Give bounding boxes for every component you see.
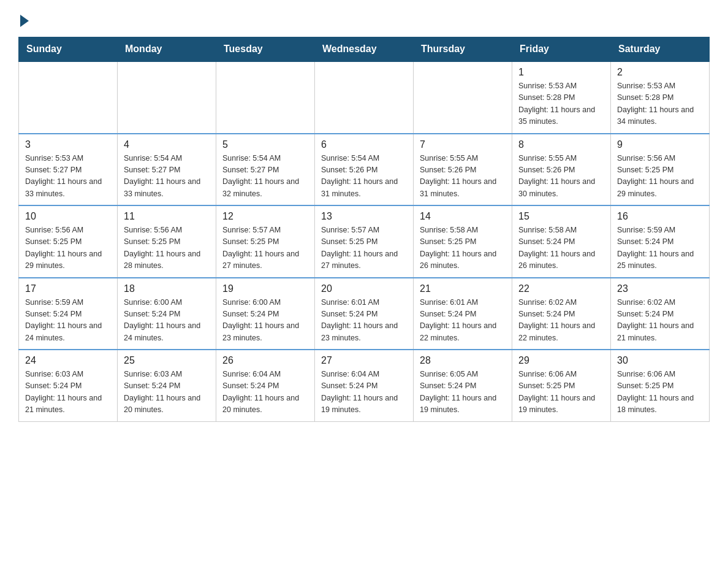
- calendar-cell: 28Sunrise: 6:05 AM Sunset: 5:24 PM Dayli…: [414, 350, 512, 421]
- day-number: 25: [124, 355, 210, 366]
- day-info: Sunrise: 6:02 AM Sunset: 5:24 PM Dayligh…: [518, 297, 604, 345]
- day-of-week-header-sunday: Sunday: [19, 37, 118, 62]
- day-number: 23: [617, 283, 703, 294]
- day-of-week-header-saturday: Saturday: [611, 37, 710, 62]
- day-number: 1: [518, 67, 604, 78]
- calendar-cell: 20Sunrise: 6:01 AM Sunset: 5:24 PM Dayli…: [315, 278, 414, 350]
- day-number: 7: [420, 139, 506, 150]
- calendar-table: SundayMondayTuesdayWednesdayThursdayFrid…: [18, 37, 710, 422]
- day-info: Sunrise: 6:04 AM Sunset: 5:24 PM Dayligh…: [321, 369, 407, 416]
- calendar-cell: 17Sunrise: 5:59 AM Sunset: 5:24 PM Dayli…: [19, 278, 118, 350]
- day-number: 30: [617, 355, 703, 366]
- page-header: [18, 12, 710, 25]
- calendar-header: SundayMondayTuesdayWednesdayThursdayFrid…: [19, 37, 710, 62]
- day-info: Sunrise: 6:01 AM Sunset: 5:24 PM Dayligh…: [321, 297, 407, 345]
- day-info: Sunrise: 5:54 AM Sunset: 5:26 PM Dayligh…: [321, 153, 407, 201]
- day-number: 15: [518, 211, 604, 222]
- day-number: 24: [25, 355, 111, 366]
- day-info: Sunrise: 5:58 AM Sunset: 5:25 PM Dayligh…: [420, 224, 506, 272]
- day-info: Sunrise: 5:57 AM Sunset: 5:25 PM Dayligh…: [321, 224, 407, 272]
- calendar-cell: 12Sunrise: 5:57 AM Sunset: 5:25 PM Dayli…: [216, 205, 315, 278]
- calendar-cell: 22Sunrise: 6:02 AM Sunset: 5:24 PM Dayli…: [512, 278, 611, 350]
- calendar-cell: 3Sunrise: 5:53 AM Sunset: 5:27 PM Daylig…: [19, 134, 118, 206]
- calendar-week-row: 10Sunrise: 5:56 AM Sunset: 5:25 PM Dayli…: [19, 205, 710, 278]
- calendar-week-row: 24Sunrise: 6:03 AM Sunset: 5:24 PM Dayli…: [19, 350, 710, 421]
- day-of-week-header-thursday: Thursday: [414, 37, 512, 62]
- day-info: Sunrise: 5:57 AM Sunset: 5:25 PM Dayligh…: [222, 224, 308, 272]
- day-info: Sunrise: 5:56 AM Sunset: 5:25 PM Dayligh…: [617, 153, 703, 201]
- calendar-cell: [315, 61, 414, 134]
- day-info: Sunrise: 6:06 AM Sunset: 5:25 PM Dayligh…: [518, 369, 604, 416]
- calendar-cell: 10Sunrise: 5:56 AM Sunset: 5:25 PM Dayli…: [19, 205, 118, 278]
- logo: [18, 12, 29, 25]
- day-of-week-header-wednesday: Wednesday: [315, 37, 414, 62]
- day-info: Sunrise: 6:03 AM Sunset: 5:24 PM Dayligh…: [124, 369, 210, 416]
- calendar-cell: 29Sunrise: 6:06 AM Sunset: 5:25 PM Dayli…: [512, 350, 611, 421]
- day-number: 21: [420, 283, 506, 294]
- day-info: Sunrise: 5:55 AM Sunset: 5:26 PM Dayligh…: [420, 153, 506, 201]
- day-of-week-header-monday: Monday: [118, 37, 216, 62]
- calendar-cell: 30Sunrise: 6:06 AM Sunset: 5:25 PM Dayli…: [611, 350, 710, 421]
- day-number: 29: [518, 355, 604, 366]
- calendar-cell: 26Sunrise: 6:04 AM Sunset: 5:24 PM Dayli…: [216, 350, 315, 421]
- calendar-cell: 19Sunrise: 6:00 AM Sunset: 5:24 PM Dayli…: [216, 278, 315, 350]
- day-info: Sunrise: 6:03 AM Sunset: 5:24 PM Dayligh…: [25, 369, 111, 416]
- calendar-week-row: 1Sunrise: 5:53 AM Sunset: 5:28 PM Daylig…: [19, 61, 710, 134]
- day-of-week-header-friday: Friday: [512, 37, 611, 62]
- calendar-cell: [216, 61, 315, 134]
- day-number: 2: [617, 67, 703, 78]
- day-number: 28: [420, 355, 506, 366]
- day-number: 16: [617, 211, 703, 222]
- day-number: 3: [25, 139, 111, 150]
- calendar-cell: 27Sunrise: 6:04 AM Sunset: 5:24 PM Dayli…: [315, 350, 414, 421]
- day-number: 8: [518, 139, 604, 150]
- day-info: Sunrise: 5:53 AM Sunset: 5:28 PM Dayligh…: [518, 80, 604, 128]
- calendar-cell: 5Sunrise: 5:54 AM Sunset: 5:27 PM Daylig…: [216, 134, 315, 206]
- day-number: 26: [222, 355, 308, 366]
- day-number: 5: [222, 139, 308, 150]
- calendar-week-row: 3Sunrise: 5:53 AM Sunset: 5:27 PM Daylig…: [19, 134, 710, 206]
- day-info: Sunrise: 5:56 AM Sunset: 5:25 PM Dayligh…: [25, 224, 111, 272]
- day-info: Sunrise: 6:02 AM Sunset: 5:24 PM Dayligh…: [617, 297, 703, 345]
- day-number: 20: [321, 283, 407, 294]
- days-of-week-row: SundayMondayTuesdayWednesdayThursdayFrid…: [19, 37, 710, 62]
- day-number: 4: [124, 139, 210, 150]
- day-info: Sunrise: 6:05 AM Sunset: 5:24 PM Dayligh…: [420, 369, 506, 416]
- day-info: Sunrise: 5:54 AM Sunset: 5:27 PM Dayligh…: [124, 153, 210, 201]
- calendar-cell: [118, 61, 216, 134]
- calendar-cell: 2Sunrise: 5:53 AM Sunset: 5:28 PM Daylig…: [611, 61, 710, 134]
- day-number: 17: [25, 283, 111, 294]
- day-number: 18: [124, 283, 210, 294]
- day-info: Sunrise: 5:54 AM Sunset: 5:27 PM Dayligh…: [222, 153, 308, 201]
- day-info: Sunrise: 5:53 AM Sunset: 5:28 PM Dayligh…: [617, 80, 703, 128]
- day-number: 14: [420, 211, 506, 222]
- day-number: 12: [222, 211, 308, 222]
- logo-arrow-icon: [20, 15, 29, 27]
- day-info: Sunrise: 6:01 AM Sunset: 5:24 PM Dayligh…: [420, 297, 506, 345]
- day-number: 13: [321, 211, 407, 222]
- day-info: Sunrise: 5:56 AM Sunset: 5:25 PM Dayligh…: [124, 224, 210, 272]
- day-number: 27: [321, 355, 407, 366]
- calendar-cell: 6Sunrise: 5:54 AM Sunset: 5:26 PM Daylig…: [315, 134, 414, 206]
- calendar-cell: [414, 61, 512, 134]
- day-number: 11: [124, 211, 210, 222]
- day-info: Sunrise: 6:04 AM Sunset: 5:24 PM Dayligh…: [222, 369, 308, 416]
- day-number: 9: [617, 139, 703, 150]
- calendar-cell: 25Sunrise: 6:03 AM Sunset: 5:24 PM Dayli…: [118, 350, 216, 421]
- day-info: Sunrise: 5:59 AM Sunset: 5:24 PM Dayligh…: [617, 224, 703, 272]
- calendar-cell: 8Sunrise: 5:55 AM Sunset: 5:26 PM Daylig…: [512, 134, 611, 206]
- calendar-cell: 24Sunrise: 6:03 AM Sunset: 5:24 PM Dayli…: [19, 350, 118, 421]
- day-number: 6: [321, 139, 407, 150]
- calendar-cell: 21Sunrise: 6:01 AM Sunset: 5:24 PM Dayli…: [414, 278, 512, 350]
- day-info: Sunrise: 5:55 AM Sunset: 5:26 PM Dayligh…: [518, 153, 604, 201]
- day-of-week-header-tuesday: Tuesday: [216, 37, 315, 62]
- day-number: 19: [222, 283, 308, 294]
- day-info: Sunrise: 6:06 AM Sunset: 5:25 PM Dayligh…: [617, 369, 703, 416]
- calendar-cell: [19, 61, 118, 134]
- day-info: Sunrise: 5:53 AM Sunset: 5:27 PM Dayligh…: [25, 153, 111, 201]
- calendar-cell: 16Sunrise: 5:59 AM Sunset: 5:24 PM Dayli…: [611, 205, 710, 278]
- calendar-cell: 13Sunrise: 5:57 AM Sunset: 5:25 PM Dayli…: [315, 205, 414, 278]
- calendar-cell: 15Sunrise: 5:58 AM Sunset: 5:24 PM Dayli…: [512, 205, 611, 278]
- calendar-cell: 18Sunrise: 6:00 AM Sunset: 5:24 PM Dayli…: [118, 278, 216, 350]
- calendar-cell: 14Sunrise: 5:58 AM Sunset: 5:25 PM Dayli…: [414, 205, 512, 278]
